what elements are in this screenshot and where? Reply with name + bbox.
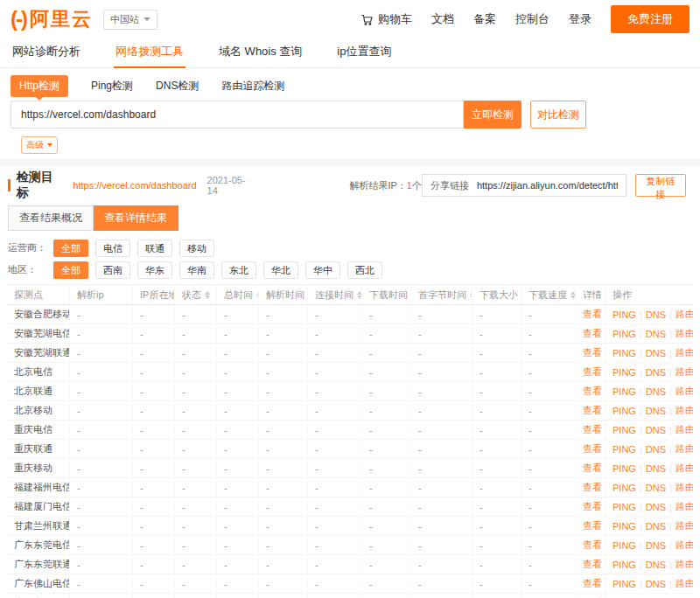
ping-link[interactable]: PING — [612, 329, 636, 339]
region-filter-pill[interactable]: 全部 — [53, 261, 88, 279]
console-menu-item[interactable]: 控制台 — [515, 11, 550, 27]
dns-link[interactable]: DNS — [646, 386, 666, 397]
detect-now-button[interactable]: 立即检测 — [464, 101, 522, 129]
beian-menu-item[interactable]: 备案 — [473, 11, 496, 27]
ping-link[interactable]: PING — [612, 406, 636, 416]
col-download-time[interactable]: 下载时间 — [362, 285, 411, 304]
col-total-time[interactable]: 总时间 — [217, 285, 259, 304]
carrier-filter-pill[interactable]: 电信 — [95, 240, 130, 257]
dns-link[interactable]: DNS — [646, 540, 666, 551]
carrier-filter-pill[interactable]: 移动 — [179, 240, 214, 257]
region-filter-pill[interactable]: 华北 — [263, 261, 298, 279]
view-detail-link[interactable]: 查看 — [583, 423, 602, 436]
view-detail-link[interactable]: 查看 — [583, 404, 602, 417]
dns-link[interactable]: DNS — [646, 329, 666, 339]
traceroute-link[interactable]: 路由追踪 — [676, 519, 693, 532]
ping-link[interactable]: PING — [612, 463, 636, 474]
traceroute-link[interactable]: 路由追踪 — [676, 365, 693, 379]
tab-dns-detect[interactable]: DNS检测 — [156, 79, 199, 94]
dns-link[interactable]: DNS — [646, 309, 666, 320]
view-detail-link[interactable]: 查看 — [583, 481, 602, 494]
traceroute-link[interactable]: 路由追踪 — [676, 423, 693, 436]
dns-link[interactable]: DNS — [646, 579, 666, 589]
tab-traceroute-detect[interactable]: 路由追踪检测 — [221, 79, 284, 94]
sort-icon[interactable] — [205, 291, 210, 299]
ping-link[interactable]: PING — [612, 309, 636, 320]
dns-link[interactable]: DNS — [646, 444, 666, 455]
tab-ping-detect[interactable]: Ping检测 — [91, 79, 133, 94]
view-detail-link[interactable]: 查看 — [583, 327, 602, 340]
nav-tab-ip-location[interactable]: ip位置查询 — [335, 38, 393, 67]
view-detail-link[interactable]: 查看 — [583, 577, 602, 590]
region-selector[interactable]: 中国站 — [103, 10, 158, 30]
traceroute-link[interactable]: 路由追踪 — [676, 385, 693, 398]
view-detail-link[interactable]: 查看 — [583, 462, 602, 475]
ping-link[interactable]: PING — [612, 386, 636, 397]
register-button[interactable]: 免费注册 — [611, 5, 690, 33]
col-first-byte-time[interactable]: 首字节时间 — [411, 285, 472, 304]
ping-link[interactable]: PING — [612, 579, 636, 589]
view-detail-link[interactable]: 查看 — [583, 308, 602, 321]
tab-view-detail[interactable]: 查看详情结果 — [94, 205, 178, 231]
ping-link[interactable]: PING — [612, 444, 636, 455]
traceroute-link[interactable]: 路由追踪 — [676, 404, 693, 417]
ping-link[interactable]: PING — [612, 521, 636, 532]
view-detail-link[interactable]: 查看 — [583, 558, 602, 571]
view-detail-link[interactable]: 查看 — [583, 519, 602, 532]
ping-link[interactable]: PING — [612, 425, 636, 435]
url-input[interactable] — [10, 101, 464, 129]
nav-tab-whois[interactable]: 域名 Whois 查询 — [217, 38, 304, 67]
col-resolve-time[interactable]: 解析时间 — [259, 285, 308, 304]
dns-link[interactable]: DNS — [646, 406, 666, 416]
advanced-options-toggle[interactable]: 高级 — [21, 136, 58, 154]
carrier-filter-pill[interactable]: 全部 — [53, 240, 88, 257]
region-filter-pill[interactable]: 西北 — [347, 261, 382, 279]
traceroute-link[interactable]: 路由追踪 — [676, 539, 693, 552]
docs-menu-item[interactable]: 文档 — [431, 11, 454, 27]
aliyun-logo[interactable]: (-) 阿里云 — [10, 6, 93, 32]
traceroute-link[interactable]: 路由追踪 — [676, 327, 693, 340]
ping-link[interactable]: PING — [612, 540, 636, 551]
col-download-size[interactable]: 下载大小 — [472, 285, 522, 304]
traceroute-link[interactable]: 路由追踪 — [676, 308, 693, 321]
region-filter-pill[interactable]: 华东 — [137, 261, 172, 279]
view-detail-link[interactable]: 查看 — [583, 539, 602, 552]
view-detail-link[interactable]: 查看 — [583, 385, 602, 398]
share-link-url[interactable]: https://zijian.aliyun.com/detect/http/HT… — [477, 180, 618, 191]
ping-link[interactable]: PING — [612, 560, 636, 570]
traceroute-link[interactable]: 路由追踪 — [676, 442, 693, 455]
tab-view-overview[interactable]: 查看结果概况 — [8, 205, 94, 231]
col-connect-time[interactable]: 连接时间 — [308, 285, 362, 304]
region-filter-pill[interactable]: 西南 — [95, 261, 130, 279]
col-status[interactable]: 状态 — [175, 285, 217, 304]
nav-tab-network-probe[interactable]: 网络拨测工具 — [114, 38, 186, 67]
region-filter-pill[interactable]: 华南 — [179, 261, 214, 279]
ping-link[interactable]: PING — [612, 367, 636, 378]
ping-link[interactable]: PING — [612, 483, 636, 493]
compare-detect-button[interactable]: 对比检测 — [530, 101, 586, 129]
traceroute-link[interactable]: 路由追踪 — [676, 577, 693, 590]
dns-link[interactable]: DNS — [646, 560, 666, 570]
dns-link[interactable]: DNS — [646, 521, 666, 532]
dns-link[interactable]: DNS — [646, 348, 666, 358]
tab-http-detect[interactable]: Http检测 — [10, 75, 68, 97]
carrier-filter-pill[interactable]: 联通 — [137, 240, 172, 257]
target-url-link[interactable]: https://vercel.com/dashboard — [73, 180, 196, 191]
region-filter-pill[interactable]: 东北 — [221, 261, 256, 279]
dns-link[interactable]: DNS — [646, 367, 666, 378]
traceroute-link[interactable]: 路由追踪 — [676, 500, 693, 513]
view-detail-link[interactable]: 查看 — [583, 442, 602, 455]
dns-link[interactable]: DNS — [646, 463, 666, 474]
copy-link-button[interactable]: 复制链接 — [635, 174, 686, 197]
traceroute-link[interactable]: 路由追踪 — [676, 558, 693, 571]
view-detail-link[interactable]: 查看 — [583, 500, 602, 513]
view-detail-link[interactable]: 查看 — [583, 346, 602, 359]
dns-link[interactable]: DNS — [646, 425, 666, 435]
nav-tab-site-diagnosis[interactable]: 网站诊断分析 — [10, 38, 82, 67]
view-detail-link[interactable]: 查看 — [583, 365, 602, 379]
dns-link[interactable]: DNS — [646, 483, 666, 493]
ping-link[interactable]: PING — [612, 502, 636, 512]
traceroute-link[interactable]: 路由追踪 — [676, 481, 693, 494]
col-download-speed[interactable]: 下载速度 — [522, 285, 576, 304]
traceroute-link[interactable]: 路由追踪 — [676, 462, 693, 475]
